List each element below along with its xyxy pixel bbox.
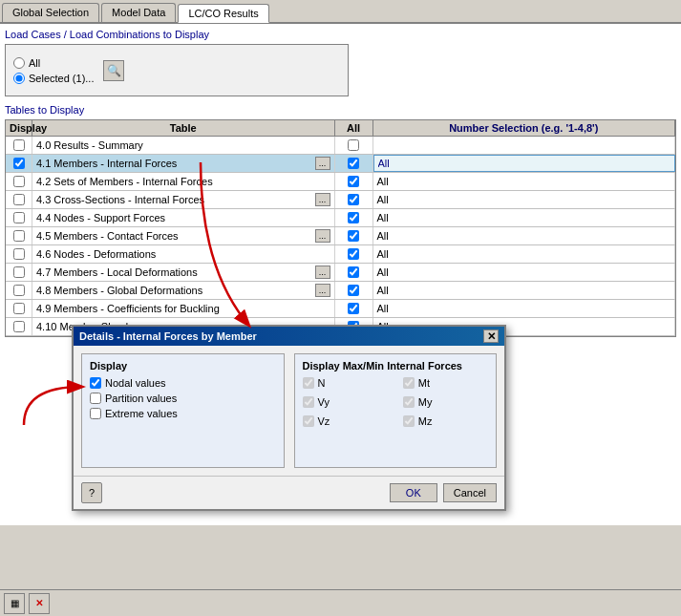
extreme-values-checkbox[interactable] bbox=[90, 408, 101, 419]
force-N-checkbox bbox=[303, 377, 314, 389]
force-Mz-row[interactable]: Mz bbox=[403, 415, 488, 427]
cancel-button[interactable]: Cancel bbox=[443, 483, 497, 502]
nodal-values-label: Nodal values bbox=[105, 377, 166, 389]
force-Vz-label: Vz bbox=[318, 415, 330, 427]
force-Mz-label: Mz bbox=[418, 415, 433, 427]
force-grid: N Mt Vy My V bbox=[303, 377, 489, 431]
force-Vz-row[interactable]: Vz bbox=[303, 415, 388, 427]
partition-values-checkbox[interactable] bbox=[90, 393, 101, 404]
ok-button[interactable]: OK bbox=[390, 483, 437, 502]
force-N-label: N bbox=[318, 377, 326, 389]
force-My-row[interactable]: My bbox=[403, 396, 488, 408]
modal-overlay: Details - Internal Forces by Member ✕ Di… bbox=[0, 0, 681, 616]
modal-body: Display Nodal values Partition values Ex… bbox=[74, 346, 504, 476]
modal-display-title: Display bbox=[90, 360, 276, 372]
modal-forces-title: Display Max/Min Internal Forces bbox=[303, 360, 489, 372]
force-Vz-checkbox bbox=[303, 415, 314, 427]
extreme-values-row[interactable]: Extreme values bbox=[90, 408, 276, 419]
modal-title: Details - Internal Forces by Member bbox=[79, 330, 257, 342]
modal-forces-section: Display Max/Min Internal Forces N Mt Vy bbox=[294, 353, 498, 468]
modal-dialog: Details - Internal Forces by Member ✕ Di… bbox=[72, 325, 506, 511]
force-Vy-label: Vy bbox=[318, 396, 330, 408]
modal-footer: ? OK Cancel bbox=[74, 476, 504, 509]
force-Vy-row[interactable]: Vy bbox=[303, 396, 388, 408]
force-Vy-checkbox bbox=[303, 396, 314, 408]
extreme-values-label: Extreme values bbox=[105, 408, 178, 419]
force-My-label: My bbox=[418, 396, 433, 408]
force-Mt-row[interactable]: Mt bbox=[403, 377, 488, 389]
force-My-checkbox bbox=[403, 396, 415, 408]
modal-close-button[interactable]: ✕ bbox=[483, 329, 499, 343]
force-Mt-checkbox bbox=[403, 377, 415, 389]
modal-footer-left: ? bbox=[81, 482, 102, 503]
nodal-values-row[interactable]: Nodal values bbox=[90, 377, 276, 389]
partition-values-row[interactable]: Partition values bbox=[90, 393, 276, 404]
partition-values-label: Partition values bbox=[105, 393, 177, 404]
force-Mz-checkbox bbox=[403, 415, 415, 427]
force-N-row[interactable]: N bbox=[303, 377, 388, 389]
nodal-values-checkbox[interactable] bbox=[90, 377, 101, 389]
help-button[interactable]: ? bbox=[81, 482, 102, 503]
modal-display-section: Display Nodal values Partition values Ex… bbox=[81, 353, 285, 468]
modal-titlebar: Details - Internal Forces by Member ✕ bbox=[74, 327, 504, 346]
force-Mt-label: Mt bbox=[418, 377, 430, 389]
